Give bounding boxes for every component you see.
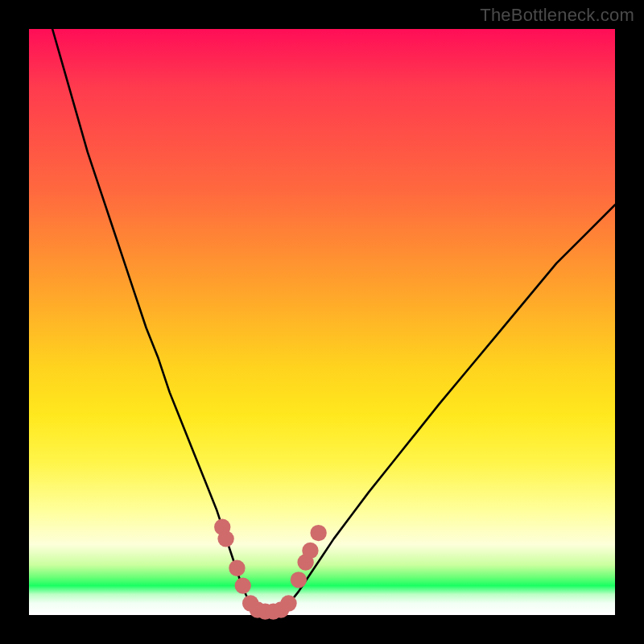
watermark-text: TheBottleneck.com xyxy=(480,5,634,26)
data-marker xyxy=(291,572,307,588)
data-markers xyxy=(214,519,327,620)
chart-frame: TheBottleneck.com xyxy=(0,0,644,644)
data-marker xyxy=(280,595,296,611)
data-marker xyxy=(235,577,251,593)
chart-svg xyxy=(29,29,615,615)
data-marker xyxy=(229,560,245,576)
data-marker xyxy=(302,543,318,559)
curve-path xyxy=(52,29,615,612)
data-marker xyxy=(217,530,233,547)
plot-area xyxy=(29,29,615,615)
data-marker xyxy=(310,525,326,541)
bottleneck-curve xyxy=(52,29,615,612)
